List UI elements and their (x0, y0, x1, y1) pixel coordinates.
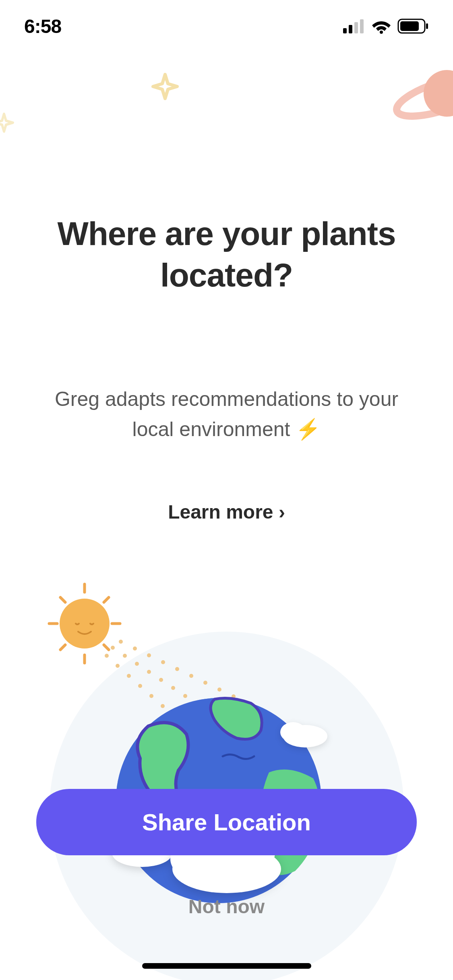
svg-point-20 (123, 654, 127, 658)
svg-point-36 (119, 640, 123, 644)
svg-point-4 (380, 31, 383, 34)
page-title: Where are your plants located? (0, 213, 453, 296)
svg-point-19 (111, 646, 115, 650)
svg-line-14 (60, 597, 65, 602)
svg-point-29 (116, 664, 120, 668)
svg-rect-6 (400, 21, 419, 31)
svg-point-22 (147, 670, 151, 674)
status-time: 6:58 (24, 15, 61, 37)
status-bar: 6:58 (0, 0, 453, 52)
svg-rect-3 (360, 19, 364, 33)
page-subtitle: Greg adapts recommendations to your loca… (0, 384, 453, 445)
svg-rect-2 (354, 22, 358, 33)
svg-point-21 (135, 662, 139, 666)
share-location-button[interactable]: Share Location (36, 789, 417, 855)
svg-line-15 (104, 645, 109, 650)
learn-more-link[interactable]: Learn more › (0, 501, 453, 523)
button-container: Share Location (36, 789, 417, 855)
home-indicator[interactable] (142, 963, 311, 969)
svg-line-17 (104, 597, 109, 602)
svg-point-38 (147, 653, 151, 657)
battery-icon (397, 19, 429, 34)
svg-point-30 (127, 674, 131, 678)
svg-point-41 (189, 674, 193, 678)
svg-point-40 (175, 667, 179, 671)
cellular-signal-icon (343, 19, 365, 33)
svg-line-16 (60, 645, 65, 650)
status-icons (343, 19, 429, 34)
svg-point-18 (60, 599, 110, 649)
wifi-icon (371, 19, 391, 34)
svg-rect-7 (426, 23, 428, 29)
svg-point-48 (280, 722, 306, 742)
svg-rect-1 (349, 25, 352, 33)
svg-point-39 (161, 660, 165, 664)
svg-rect-0 (343, 28, 347, 33)
svg-point-37 (133, 646, 137, 651)
not-now-button[interactable]: Not now (188, 896, 265, 918)
svg-point-28 (105, 654, 109, 658)
